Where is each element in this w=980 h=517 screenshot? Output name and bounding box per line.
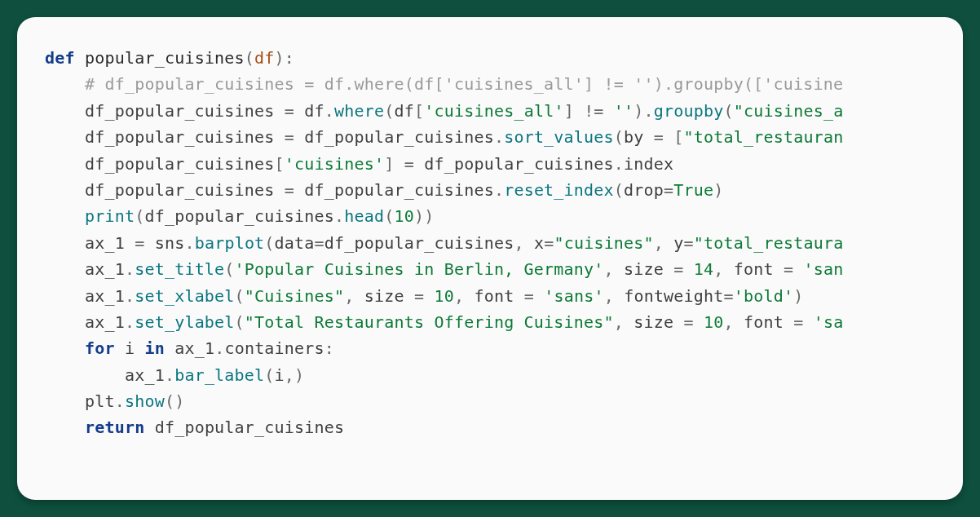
code-token [45,101,85,121]
code-token [394,154,404,174]
code-token: . [494,127,504,147]
code-token [45,418,85,437]
code-token: df_popular_cuisines [85,180,275,200]
code-token: = [684,233,694,253]
code-token: index [624,154,673,174]
code-token: df [254,48,274,68]
code-token: ( [724,101,734,121]
code-token: 'sa [814,312,844,332]
code-token: = [784,259,793,279]
code-token: # df_popular_cuisines = df.where(df['cui… [85,74,843,94]
code-token: bar_label [174,365,264,385]
code-token: ( [264,365,274,385]
code-token: "cuisines" [554,233,653,253]
code-token: ax_1 [125,365,165,385]
code-token [45,391,85,411]
code-token: . [125,312,135,332]
code-token: , [723,312,733,332]
code-token [45,180,85,200]
code-token: . [165,365,174,385]
code-token: set_title [135,259,224,279]
code-token: = [524,286,534,306]
code-token: 10 [704,312,723,332]
code-token [275,127,285,147]
code-token: 10 [435,286,454,306]
code-token: set_ylabel [135,312,234,332]
code-token [45,206,85,226]
code-token: 'cuisines_all' [424,101,563,121]
code-token [294,127,304,147]
code-token: , [604,259,614,279]
code-token: = [285,127,294,147]
code-token: ( [235,312,245,332]
code-token: . [125,286,135,306]
code-token: [ [414,101,424,121]
code-token [614,259,624,279]
code-token [294,101,304,121]
code-token: = [684,312,694,332]
code-token [45,338,85,358]
code-token: ( [245,48,254,68]
code-token [684,259,694,279]
code-token: ax_1 [174,338,214,358]
code-token: ax_1 [85,233,125,253]
code-token [803,312,813,332]
code-token: 'cuisines' [285,154,384,174]
code-token: fontweight [624,286,723,306]
code-token: '' [614,101,633,121]
code-token [144,233,154,253]
code-token [45,365,125,385]
code-token: "Total Restaurants Offering Cuisines" [245,312,614,332]
code-token [275,101,285,121]
code-token [664,259,673,279]
code-token: ) [793,286,803,306]
code-token: in [144,338,164,358]
code-token: def [45,48,75,68]
code-token: = [285,180,294,200]
code-line: df_popular_cuisines = df_popular_cuisine… [45,127,843,147]
code-line: ax_1.bar_label(i,) [45,365,304,385]
code-token [574,101,584,121]
code-token [784,312,793,332]
code-token: reset_index [504,180,614,200]
code-token: = [724,286,734,306]
code-token [45,74,85,94]
code-token: = [135,233,144,253]
code-token: ax_1 [85,286,125,306]
code-token: df_popular_cuisines [85,127,275,147]
code-line: def popular_cuisines(df): [45,48,294,68]
code-token: . [324,101,334,121]
code-token: y [673,233,683,253]
code-token [414,154,424,174]
code-token [144,418,154,437]
code-token: )) [414,206,434,226]
code-token: head [344,206,384,226]
code-token [664,127,673,147]
code-token: () [165,391,184,411]
code-token: . [184,233,194,253]
code-token: 'san [803,259,843,279]
code-token: df [304,101,324,121]
code-token [75,48,85,68]
code-token: ( [224,259,234,279]
code-token: 14 [694,259,713,279]
code-token: . [214,338,224,358]
code-token [165,338,174,358]
code-token: "cuisines_a [734,101,844,121]
code-token [275,180,285,200]
code-token: ( [135,206,144,226]
code-token: sns [155,233,185,253]
code-token: size [624,259,664,279]
code-token: containers [224,338,324,358]
code-token [424,286,434,306]
code-token [604,101,614,121]
code-token: True [673,180,713,200]
code-token: . [614,154,624,174]
code-token [734,312,744,332]
code-token: , [514,233,523,253]
code-token [125,233,135,253]
code-token: , [713,259,723,279]
code-token: "total_restauran [684,127,844,147]
code-line: df_popular_cuisines['cuisines'] = df_pop… [45,154,673,174]
code-line: return df_popular_cuisines [45,418,344,437]
